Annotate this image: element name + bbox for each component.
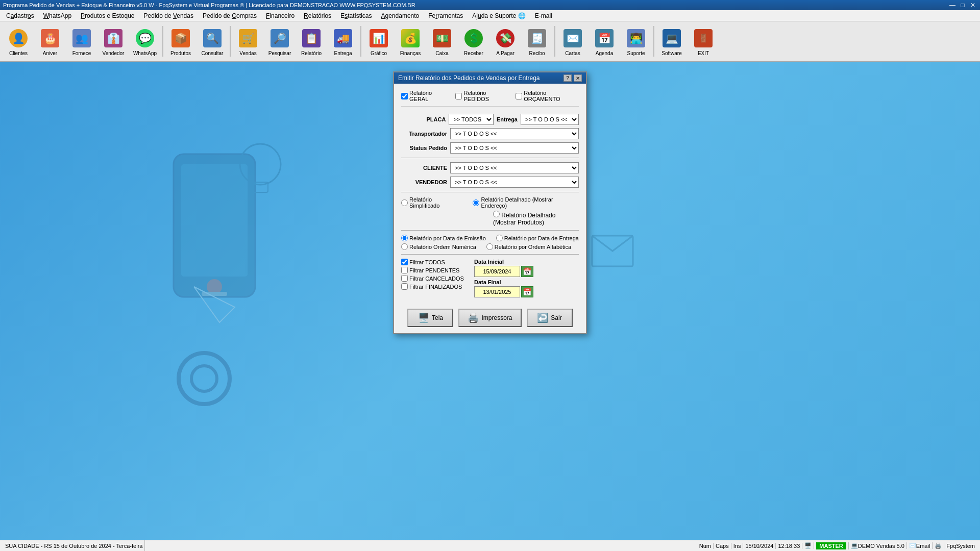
toolbar-fornece[interactable]: 👥 Fornece <box>66 23 97 60</box>
vendedor-select[interactable]: >> T O D O S << <box>450 177 579 188</box>
menu-whatsapp[interactable]: WhatsApp <box>39 11 76 20</box>
checkbox-filtrar-cancelados-label[interactable]: Filtrar CANCELADOS <box>401 275 464 282</box>
toolbar-recibo[interactable]: 🧾 Recibo <box>522 23 552 60</box>
master-label: MASTER <box>816 542 846 549</box>
vendedor-row: VENDEDOR >> T O D O S << <box>401 177 579 188</box>
city-info-segment: SUA CIDADE - RS 15 de Outubro de 2024 - … <box>3 540 145 551</box>
toolbar-whatsapp[interactable]: 💬 WhatsApp <box>130 23 160 60</box>
tela-button[interactable]: 🖥️ Tela <box>407 309 453 327</box>
checkbox-filtrar-pendentes[interactable] <box>401 267 408 273</box>
radio-simplificado[interactable] <box>401 199 408 206</box>
checkbox-filtrar-cancelados[interactable] <box>401 275 408 282</box>
checkbox-filtrar-pendentes-text: Filtrar PENDENTES <box>409 267 459 273</box>
radio-data-entrega[interactable] <box>496 235 503 241</box>
checkbox-relatorio-orcamento[interactable] <box>516 93 522 99</box>
maximize-button[interactable]: □ <box>959 2 967 9</box>
toolbar-vendedor[interactable]: 👔 Vendedor <box>98 23 129 60</box>
toolbar-vendas[interactable]: 🛒 Vendas <box>233 23 263 60</box>
order-radio-row1: Relatório por Data de Emissão Relatório … <box>401 235 579 241</box>
checkbox-relatorio-pedidos-label[interactable]: Relatório PEDIDOS <box>455 90 508 102</box>
menu-pedido-compras[interactable]: Pedido de Compras <box>199 11 261 20</box>
toolbar-software-label: Software <box>662 51 681 56</box>
svg-rect-1 <box>181 164 248 277</box>
data-final-calendar-button[interactable]: 📅 <box>521 286 533 297</box>
toolbar-financas[interactable]: 💰 Finanças <box>395 23 426 60</box>
menu-produtos-estoque[interactable]: Produtos e Estoque <box>77 11 138 20</box>
email-segment: ✉️ Email <box>907 542 933 549</box>
checkbox-relatorio-orcamento-label[interactable]: Relatório ORÇAMENTO <box>516 90 579 102</box>
radio-detalhado-produtos-label[interactable]: Relatório Detalhado (Mostrar Produtos) <box>493 211 579 226</box>
menu-ferramentas[interactable]: Ferramentas <box>424 11 467 20</box>
toolbar-agenda[interactable]: 📅 Agenda <box>589 23 620 60</box>
radio-data-emissao-label[interactable]: Relatório por Data de Emissão <box>401 235 486 241</box>
menu-cadastros[interactable]: Cadastros <box>2 11 38 20</box>
cliente-select[interactable]: >> T O D O S << <box>450 162 579 173</box>
toolbar-software[interactable]: 💻 Software <box>656 23 687 60</box>
radio-detalhado-endereco[interactable] <box>473 199 479 206</box>
entrega-select[interactable]: >> T O D O S << <box>521 114 579 125</box>
menu-estatisticas[interactable]: Estatísticas <box>336 11 376 20</box>
menu-agendamento[interactable]: Agendamento <box>377 11 424 20</box>
minimize-button[interactable]: — <box>948 2 957 9</box>
toolbar-caixa[interactable]: 💵 Caixa <box>427 23 457 60</box>
toolbar-separator-5 <box>653 26 654 57</box>
radio-ordem-alfabetica[interactable] <box>486 243 493 250</box>
toolbar-apagar[interactable]: 💸 A Pagar <box>490 23 521 60</box>
toolbar-cartas[interactable]: ✉️ Cartas <box>557 23 588 60</box>
menu-email[interactable]: E-mail <box>531 11 556 20</box>
dialog-help-button[interactable]: ? <box>564 74 572 82</box>
data-inicial-input[interactable] <box>474 266 520 277</box>
checkbox-filtrar-finalizados-label[interactable]: Filtrar FINALIZADOS <box>401 283 464 290</box>
placa-select[interactable]: >> TODOS <box>449 114 494 125</box>
toolbar-produtos-label: Produtos <box>170 51 191 56</box>
dialog-close-button[interactable]: ✕ <box>574 74 582 82</box>
toolbar-produtos[interactable]: 📦 Produtos <box>165 23 196 60</box>
checkbox-filtrar-todos-label[interactable]: Filtrar TODOS <box>401 259 464 265</box>
toolbar-cartas-label: Cartas <box>565 51 580 56</box>
toolbar-receber[interactable]: 💲 Receber <box>458 23 489 60</box>
sair-button[interactable]: ↩️ Sair <box>527 309 573 327</box>
radio-detalhado-endereco-label[interactable]: Relatório Detalhado (Mostrar Endereço) <box>473 196 579 209</box>
separator-4 <box>401 254 579 255</box>
checkbox-relatorio-geral[interactable] <box>401 93 408 99</box>
toolbar-aniver[interactable]: 🎂 Aniver <box>35 23 65 60</box>
menu-ajuda-suporte[interactable]: Ajuda e Suporte 🌐 <box>468 11 529 20</box>
toolbar-entrega[interactable]: 🚚 Entrega <box>328 23 358 60</box>
radio-simplificado-label[interactable]: Relatório Simplificado <box>401 196 462 209</box>
checkbox-relatorio-geral-label[interactable]: Relatório GERAL <box>401 90 448 102</box>
radio-ordem-numerica-label[interactable]: Relatório Ordem Numérica <box>401 243 476 250</box>
toolbar-receber-label: Receber <box>464 51 483 56</box>
checkbox-filtrar-pendentes-label[interactable]: Filtrar PENDENTES <box>401 267 464 273</box>
toolbar-pesquisar[interactable]: 🔎 Pesquisar <box>264 23 295 60</box>
tela-label: Tela <box>432 314 443 321</box>
impressora-button[interactable]: 🖨️ Impressora <box>458 309 521 327</box>
status-pedido-select[interactable]: >> T O D O S << <box>450 142 579 154</box>
toolbar-consultar[interactable]: 🔍 Consultar <box>197 23 228 60</box>
toolbar-relatorio[interactable]: 📋 Relatório <box>296 23 327 60</box>
data-final-input[interactable] <box>474 286 520 297</box>
menu-pedido-vendas[interactable]: Pedido de Vendas <box>140 11 198 20</box>
radio-detalhado-produtos[interactable] <box>493 211 500 217</box>
toolbar-grafico[interactable]: 📊 Gráfico <box>363 23 394 60</box>
menu-financeiro[interactable]: Financeiro <box>262 11 299 20</box>
toolbar-exit[interactable]: 🚪 EXIT <box>688 23 719 60</box>
toolbar-clientes[interactable]: 👤 Clientes <box>3 23 34 60</box>
dates-column: Data Inicial 📅 Data Final 📅 <box>474 259 533 297</box>
radio-data-emissao[interactable] <box>401 235 408 241</box>
radio-detalhado-endereco-text: Relatório Detalhado (Mostrar Endereço) <box>481 196 579 209</box>
transportador-select[interactable]: >> T O D O S << <box>450 128 579 139</box>
radio-ordem-numerica[interactable] <box>401 243 408 250</box>
radio-data-entrega-label[interactable]: Relatório por Data de Entrega <box>496 235 579 241</box>
close-button[interactable]: ✕ <box>969 2 977 9</box>
toolbar-relatorio-label: Relatório <box>301 51 322 56</box>
data-inicial-calendar-button[interactable]: 📅 <box>521 266 533 277</box>
ins-indicator: Ins <box>733 543 741 549</box>
toolbar-suporte[interactable]: 👨‍💻 Suporte <box>621 23 651 60</box>
checkbox-relatorio-pedidos[interactable] <box>455 93 462 99</box>
checkbox-filtrar-todos[interactable] <box>401 259 408 265</box>
data-final-row: Data Final 📅 <box>474 279 533 297</box>
menu-relatorios[interactable]: Relatórios <box>300 11 335 20</box>
checkbox-filtrar-finalizados[interactable] <box>401 283 408 290</box>
radio-ordem-alfabetica-label[interactable]: Relatório por Ordem Alfabética <box>486 243 571 250</box>
separator-3 <box>401 230 579 231</box>
